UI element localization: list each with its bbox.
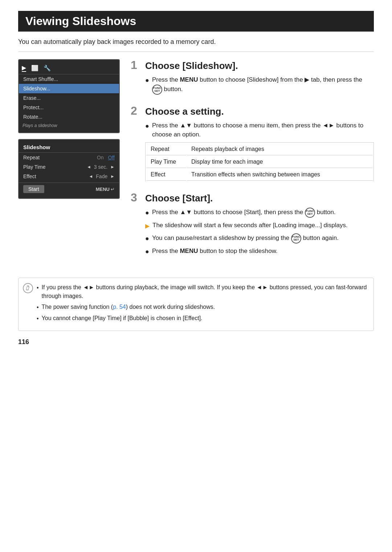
setting-repeat: Repeat On Off xyxy=(19,153,119,162)
tab-settings-icon: 🔧 xyxy=(44,65,51,71)
menu-item-erase: Erase... xyxy=(19,93,119,103)
screen2-title: Slideshow xyxy=(19,143,119,153)
step-3-bullet-4: ● Press the MENU button to stop the slid… xyxy=(145,246,374,257)
step-3: 3 Choose [Start]. ● Press the ▲▼ buttons… xyxy=(131,192,374,257)
settings-table: Repeat Repeats playback of images Play T… xyxy=(145,142,374,181)
step-3-title: Choose [Start]. xyxy=(145,193,213,204)
menu-item-rotate: Rotate... xyxy=(19,112,119,122)
step-1: 1 Choose [Slideshow]. ● Press the MENU b… xyxy=(131,59,374,95)
svg-point-0 xyxy=(23,283,33,293)
step-1-title: Choose [Slideshow]. xyxy=(145,60,238,71)
step-2-bullet-1: ● Press the ▲▼ buttons to choose a menu … xyxy=(145,121,374,139)
camera-screen-1: ▶ ⬜ 🔧 Smart Shuffle... Slideshow... Eras… xyxy=(18,59,120,133)
step-1-bullet-1: ● Press the MENU button to choose [Slide… xyxy=(145,75,374,95)
step-3-bullet-1: ● Press the ▲▼ buttons to choose [Start]… xyxy=(145,208,374,218)
step-1-number: 1 xyxy=(131,59,142,71)
step-2: 2 Choose a setting. ● Press the ▲▼ butto… xyxy=(131,105,374,181)
menu-item-protect: Protect... xyxy=(19,103,119,112)
table-row-effect: Effect Transition effects when switching… xyxy=(146,169,373,181)
step-3-number: 3 xyxy=(131,192,142,203)
menu-item-smart-shuffle: Smart Shuffle... xyxy=(19,74,119,84)
step-2-title: Choose a setting. xyxy=(145,106,224,117)
note-line-3: • You cannot change [Play Time] if [Bubb… xyxy=(37,314,368,323)
table-row-repeat: Repeat Repeats playback of images xyxy=(146,143,373,155)
note-line-1: • If you press the ◄► buttons during pla… xyxy=(37,283,368,300)
note-box: • If you press the ◄► buttons during pla… xyxy=(18,278,374,331)
start-button: Start xyxy=(23,185,44,193)
tab-print-icon: ⬜ xyxy=(31,65,38,71)
step-3-bullet-3: ● You can pause/restart a slideshow by p… xyxy=(145,233,374,244)
step-2-number: 2 xyxy=(131,105,142,116)
tab-play-icon: ▶ xyxy=(22,64,26,72)
note-line-2: • The power saving function (p. 54) does… xyxy=(37,303,368,312)
menu-item-slideshow: Slideshow... xyxy=(19,84,119,93)
menu-label: MENU ↵ xyxy=(96,187,115,192)
page-number: 116 xyxy=(18,338,374,346)
setting-playtime: Play Time ◄ 3 sec. ► xyxy=(19,162,119,172)
left-column: ▶ ⬜ 🔧 Smart Shuffle... Slideshow... Eras… xyxy=(18,59,120,267)
camera-screen-2: Slideshow Repeat On Off Play Time ◄ 3 se… xyxy=(18,139,120,199)
note-icon xyxy=(23,283,33,293)
page-title: Viewing Slideshows xyxy=(18,11,374,32)
subtitle: You can automatically play back images r… xyxy=(18,38,374,52)
screen1-footer: Plays a slideshow xyxy=(19,122,119,130)
table-row-playtime: Play Time Display time for each image xyxy=(146,156,373,168)
setting-effect: Effect ◄ Fade ► xyxy=(19,172,119,181)
step-3-bullet-2: ▶ The slideshow will start a few seconds… xyxy=(145,221,374,230)
right-column: 1 Choose [Slideshow]. ● Press the MENU b… xyxy=(131,59,374,267)
